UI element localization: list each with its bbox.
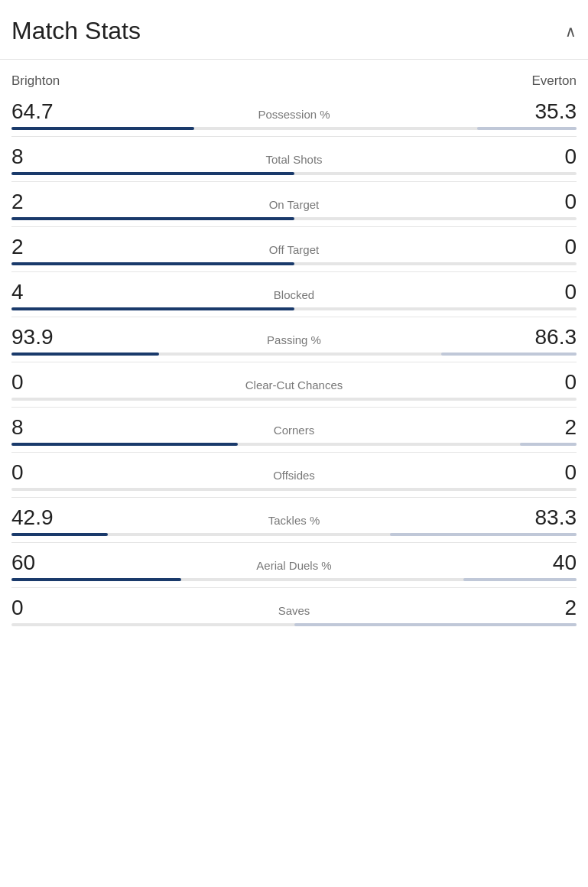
stat-away-value: 0 xyxy=(531,280,577,304)
stat-home-value: 64.7 xyxy=(11,99,57,124)
stat-bar xyxy=(11,353,577,356)
stat-away-value: 35.3 xyxy=(531,99,577,124)
stat-home-value: 0 xyxy=(11,370,57,395)
stat-values: 60 Aerial Duels % 40 xyxy=(11,543,577,578)
stat-values: 0 Offsides 0 xyxy=(11,453,577,488)
stat-label: Blocked xyxy=(57,288,531,301)
stat-away-value: 0 xyxy=(531,235,577,259)
bar-home xyxy=(11,262,294,265)
stat-label: Tackles % xyxy=(57,514,531,527)
stat-row: 4 Blocked 0 xyxy=(0,272,588,310)
stat-values: 93.9 Passing % 86.3 xyxy=(11,317,577,353)
page-title: Match Stats xyxy=(11,17,141,45)
stat-home-value: 0 xyxy=(11,596,57,620)
stat-bar xyxy=(11,127,577,130)
stat-values: 8 Corners 2 xyxy=(11,408,577,443)
stat-label: Possession % xyxy=(57,108,531,121)
bar-away xyxy=(520,443,577,446)
stat-home-value: 8 xyxy=(11,415,57,440)
stat-home-value: 93.9 xyxy=(11,325,57,349)
stat-row: 8 Corners 2 xyxy=(0,408,588,446)
bar-home xyxy=(11,172,294,175)
stat-bar xyxy=(11,307,577,310)
stat-bar xyxy=(11,623,577,626)
stat-bar xyxy=(11,488,577,491)
stat-away-value: 0 xyxy=(531,370,577,395)
bar-home xyxy=(11,443,238,446)
stat-values: 8 Total Shots 0 xyxy=(11,137,577,172)
stat-away-value: 2 xyxy=(531,596,577,620)
bar-home xyxy=(11,217,294,220)
stats-container: 64.7 Possession % 35.3 8 Total Shots 0 xyxy=(0,92,588,626)
bar-home xyxy=(11,533,108,536)
stat-row: 64.7 Possession % 35.3 xyxy=(0,92,588,130)
bar-home xyxy=(11,578,181,581)
stat-values: 0 Clear-Cut Chances 0 xyxy=(11,362,577,398)
stat-home-value: 8 xyxy=(11,145,57,169)
stat-away-value: 0 xyxy=(531,190,577,214)
bar-away xyxy=(390,533,577,536)
stat-label: Total Shots xyxy=(57,153,531,166)
stat-label: Clear-Cut Chances xyxy=(57,379,531,392)
stat-bar xyxy=(11,262,577,265)
bar-home xyxy=(11,307,294,310)
stat-values: 64.7 Possession % 35.3 xyxy=(11,92,577,127)
stat-bar xyxy=(11,172,577,175)
match-stats-header: Match Stats ∧ xyxy=(0,0,588,60)
stat-home-value: 2 xyxy=(11,190,57,214)
stat-label: Off Target xyxy=(57,243,531,256)
stat-row: 0 Clear-Cut Chances 0 xyxy=(0,362,588,401)
stat-bar xyxy=(11,217,577,220)
away-team-label: Everton xyxy=(531,73,577,89)
stat-values: 4 Blocked 0 xyxy=(11,272,577,307)
stat-row: 2 Off Target 0 xyxy=(0,227,588,265)
stat-label: Corners xyxy=(57,424,531,437)
stat-away-value: 86.3 xyxy=(531,325,577,349)
stat-away-value: 0 xyxy=(531,460,577,485)
stat-label: Offsides xyxy=(57,469,531,482)
stat-away-value: 2 xyxy=(531,415,577,440)
stat-bar xyxy=(11,578,577,581)
stat-home-value: 60 xyxy=(11,551,57,575)
stat-values: 0 Saves 2 xyxy=(11,588,577,623)
stat-label: Passing % xyxy=(57,333,531,346)
stat-bar xyxy=(11,533,577,536)
bar-away xyxy=(463,578,577,581)
stat-row: 0 Saves 2 xyxy=(0,588,588,626)
stat-label: On Target xyxy=(57,198,531,211)
stat-values: 42.9 Tackles % 83.3 xyxy=(11,498,577,533)
stat-row: 60 Aerial Duels % 40 xyxy=(0,543,588,581)
bar-away xyxy=(294,623,577,626)
stat-away-value: 40 xyxy=(531,551,577,575)
stat-row: 42.9 Tackles % 83.3 xyxy=(0,498,588,536)
stat-away-value: 0 xyxy=(531,145,577,169)
stat-row: 0 Offsides 0 xyxy=(0,453,588,491)
stat-row: 2 On Target 0 xyxy=(0,182,588,220)
bar-home xyxy=(11,353,159,356)
stat-bar xyxy=(11,443,577,446)
teams-row: Brighton Everton xyxy=(0,60,588,92)
stat-values: 2 On Target 0 xyxy=(11,182,577,217)
stat-row: 8 Total Shots 0 xyxy=(0,137,588,175)
stat-home-value: 0 xyxy=(11,460,57,485)
stat-home-value: 42.9 xyxy=(11,505,57,530)
bar-away xyxy=(477,127,577,130)
stat-row: 93.9 Passing % 86.3 xyxy=(0,317,588,356)
stat-home-value: 4 xyxy=(11,280,57,304)
bar-home xyxy=(11,127,194,130)
stat-values: 2 Off Target 0 xyxy=(11,227,577,262)
stat-home-value: 2 xyxy=(11,235,57,259)
collapse-icon[interactable]: ∧ xyxy=(565,22,577,41)
stat-label: Saves xyxy=(57,604,531,617)
stat-label: Aerial Duels % xyxy=(57,559,531,572)
home-team-label: Brighton xyxy=(11,73,60,89)
stat-away-value: 83.3 xyxy=(531,505,577,530)
bar-away xyxy=(441,353,577,356)
stat-bar xyxy=(11,398,577,401)
